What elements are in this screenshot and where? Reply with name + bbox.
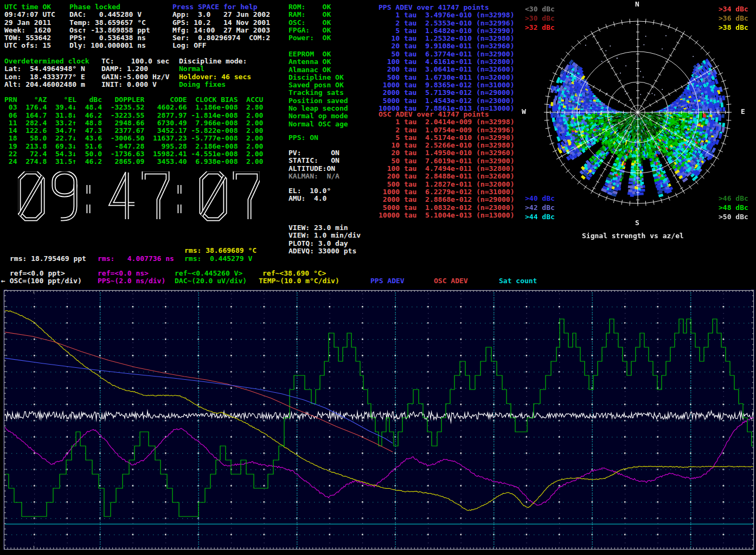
kalman-state: KALMAN: N/A: [289, 173, 339, 180]
osc-adev-row: 2000 tau 2.8868e-012 (n=29000): [379, 196, 514, 203]
pps-adev-row: 5 tau 1.6482e-010 (n=32990): [379, 27, 514, 35]
compass-south: S: [635, 219, 639, 227]
satellite-row: 22 72.4 54.3↓ 50.0 -1736.63 15982.41 -4.…: [4, 150, 263, 158]
position-line: Alt: 204.46002480 m: [4, 81, 89, 88]
selftest-line: RAM: OK: [289, 11, 331, 18]
gps-health-line: Position saved: [289, 97, 348, 105]
mask-line: AMU: 4.0: [289, 195, 331, 202]
panel-receiver-selftest: ROM: OKRAM: OKOSC: OKFPGA: OKPower: OK: [289, 3, 331, 42]
compass-east: E: [741, 107, 745, 116]
rms-dac: rms: 0.445279 V: [184, 255, 252, 263]
panel-loop-params: TC: 100.0 secDAMP: 1.200GAIN:-5.000 Hz/V…: [101, 58, 169, 88]
phase-lock-title: Phase locked: [69, 3, 150, 11]
dbc-legend-top-right: >34 dBc>36 dBc>38 dBc: [719, 4, 748, 32]
dbc-legend-entry: >32 dBc: [525, 23, 555, 32]
osc-adev-row: 200 tau 2.8488e-011 (n=32600): [379, 173, 514, 180]
pps-adev-row: 200 tau 3.0641e-011 (n=32600): [379, 66, 514, 73]
pps-adev-row: 100 tau 4.6161e-011 (n=32800): [379, 58, 514, 66]
discipline-mode-label: Discipline mode:: [179, 58, 251, 65]
phase-lock-line: PPS↑ 0.536438 ns: [69, 34, 150, 42]
utc-status-line: 29 Jan 2011: [4, 19, 55, 27]
dbc-legend-top-left: <30 dBc>30 dBc>32 dBc: [525, 4, 555, 32]
adev-osc-table: OSC ADEV over 41747 points 1 tau 2.0414e…: [379, 111, 514, 219]
panel-gps-health: EEPROM OKAntenna OKAlmanac OKDiscipline …: [289, 50, 348, 128]
panel-mask: EL: 10.0°AMU: 4.0: [289, 187, 331, 203]
pps-adev-row: 2000 tau 5.7139e-012 (n=29000): [379, 89, 514, 97]
rms-osc: rms: 18.795469 ppt: [10, 255, 86, 263]
panel-position: Overdetermined clock Lat: 54.4964948° NL…: [4, 58, 89, 88]
dbc-legend-entry: >50 dBc: [719, 212, 748, 221]
loop-param-line: TC: 100.0 sec: [101, 58, 169, 65]
pps-adev-row: 2 tau 2.5353e-010 (n=32996): [379, 20, 514, 27]
utc-status-title: UTC time OK: [4, 3, 55, 11]
plot-scale-dac: DAC~(20.0 uV/div): [175, 277, 247, 285]
phase-lock-line: Dly: 100.000001 ns: [69, 42, 150, 49]
polar-caption: Signal strength vs az/el: [582, 232, 684, 240]
dbc-legend-entry: >44 dBc: [525, 212, 555, 221]
pps-adev-row: 5000 tau 1.4543e-012 (n=23000): [379, 97, 514, 105]
phase-lock-line: Temp: 38.659657 °C: [69, 19, 150, 27]
osc-adev-row: 10000 tau 5.1004e-013 (n=13000): [379, 212, 514, 219]
rms-temp: rms: 38.669689 °C: [184, 247, 257, 254]
compass-west: W: [522, 107, 526, 116]
history-plot-area[interactable]: [0, 289, 756, 555]
gps-health-line: Tracking sats: [289, 89, 348, 97]
loop-param-line: GAIN:-5.000 Hz/V: [101, 73, 169, 81]
utc-status-line: TOW: 553642: [4, 34, 55, 42]
position-line: Lat: 54.4964948° N: [4, 65, 89, 73]
dbc-legend-entry: >48 dBc: [719, 203, 748, 212]
dbc-legend-entry: >40 dBc: [525, 194, 555, 203]
gps-health-line: No leap second: [289, 105, 348, 112]
selftest-line: Power: OK: [289, 34, 331, 42]
view-setting-line: VIEW: 1.0 min/div: [289, 232, 361, 239]
utc-status-line: UTC ofs: 15: [4, 42, 55, 49]
view-setting-line: PLOTQ: 3.0 day: [289, 240, 361, 247]
osc-adev-row: 100 tau 4.7494e-011 (n=32800): [379, 165, 514, 173]
osc-adev-row: 20 tau 1.4950e-010 (n=32960): [379, 149, 514, 157]
compass-north: N: [635, 0, 639, 8]
osc-adev-row: 1000 tau 6.2279e-012 (n=31000): [379, 188, 514, 196]
gps-health-line: Almanac OK: [289, 66, 348, 74]
selftest-line: OSC: OK: [289, 19, 331, 27]
position-line: Lon: 18.4333777° E: [4, 73, 89, 81]
adev-pps-table: PPS ADEV over 41747 points 1 tau 3.4976e…: [379, 4, 514, 112]
adev-pps-title: PPS ADEV over 41747 points: [379, 4, 514, 11]
satellite-row: 24 274.8 31.5↑ 46.2 2865.09 3453.40 6.93…: [4, 158, 263, 165]
version-line: Mfg: 14:00 27 Mar 2003: [172, 27, 270, 34]
panel-phase-lock: Phase locked DAC: 0.445280 VTemp: 38.659…: [69, 3, 150, 50]
loop-param-line: DAMP: 1.200: [101, 65, 169, 73]
clock-mode-title: Overdetermined clock: [4, 58, 89, 65]
adev-osc-title: OSC ADEV over 41747 points: [379, 111, 514, 118]
discipline-mode-state: Holdover: 46 secs: [179, 73, 251, 81]
utc-status-line: 09:47:07 UTC: [4, 11, 55, 18]
satellite-row: 19 213.8 69.3↓ 51.6 -847.28 995.28 2.186…: [4, 143, 263, 150]
satellite-row: 18 58.0 22.7↓ 43.6 -3006.50 11637.23 -5.…: [4, 135, 263, 142]
panel-utc-status: UTC time OK 09:47:07 UTC29 Jan 2011Week:…: [4, 3, 55, 50]
mask-line: EL: 10.0°: [289, 187, 331, 195]
version-line: App: 3.0 27 Jun 2002: [172, 11, 270, 18]
dbc-legend-entry: >34 dBc: [719, 4, 748, 14]
dbc-legend-entry: >30 dBc: [525, 14, 555, 23]
view-setting-line: VIEW: 23.0 min: [289, 224, 361, 232]
dbc-legend-entry: >36 dBc: [719, 14, 748, 23]
phase-lock-line: DAC: 0.445280 V: [69, 11, 150, 18]
pps-adev-row: 500 tau 1.6730e-011 (n=32000): [379, 74, 514, 81]
plot-scale-osc: ← OSC=(100 ppt/div): [1, 277, 82, 285]
selftest-line: FPGA: OK: [289, 27, 331, 34]
panel-view-settings: VIEW: 23.0 minVIEW: 1.0 min/divPLOTQ: 3.…: [289, 224, 361, 255]
pps-adev-row: 1000 tau 9.8365e-012 (n=31000): [379, 81, 514, 89]
view-setting-line: ADEVQ: 33000 pts: [289, 247, 361, 255]
satellite-row: 06 164.7 31.8↓ 46.2 -3223.55 2877.97 -1.…: [4, 112, 263, 119]
osc-adev-row: 500 tau 1.2827e-011 (n=32000): [379, 181, 514, 188]
fix-mode-line: STATIC: ON: [289, 157, 339, 164]
panel-version-info: Press SPACE for help App: 3.0 27 Jun 200…: [172, 3, 270, 50]
plot-legend-osc-adev: OSC ADEV: [434, 277, 468, 285]
satellite-row: 11 282.4 33.2↑ 48.8 2948.66 6730.49 7.96…: [4, 119, 263, 127]
pps-adev-row: 20 tau 9.9108e-011 (n=32960): [379, 42, 514, 50]
pps-adev-row: 50 tau 6.3774e-011 (n=32900): [379, 50, 514, 58]
version-line: Log: OFF: [172, 42, 270, 49]
version-line: GPS: 10.2 14 Nov 2001: [172, 19, 270, 27]
satellite-row: 03 176.4 39.4↓ 48.4 -3235.52 4602.66 1.1…: [4, 104, 263, 111]
loop-param-line: INIT: 0.000 V: [101, 81, 169, 88]
osc-adev-row: 10 tau 2.5266e-010 (n=32980): [379, 142, 514, 149]
